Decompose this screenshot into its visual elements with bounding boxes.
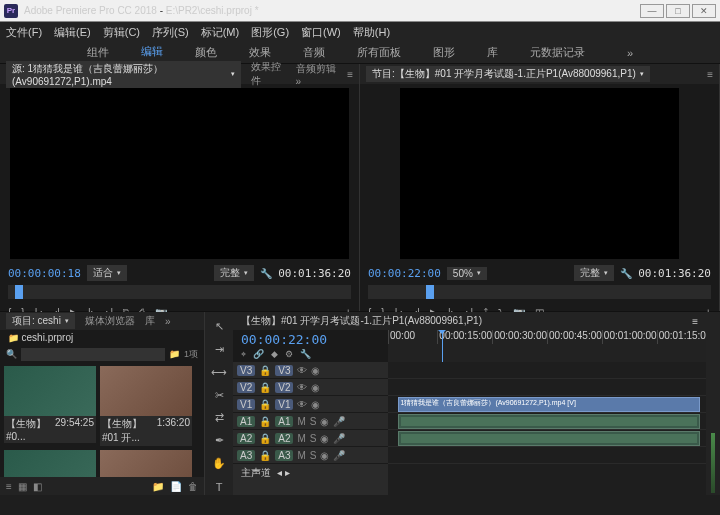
panel-menu-icon[interactable]: ≡ <box>347 69 353 80</box>
audio-track-head[interactable]: A2🔒A2MS◉🎤 <box>233 430 388 447</box>
marker-icon[interactable]: ◆ <box>271 349 278 360</box>
source-tab[interactable]: 源: 1猜猜我是谁（吉良蕾娜丽莎）(Av90691272,P1).mp4 <box>6 61 241 88</box>
wrench-icon[interactable]: 🔧 <box>300 349 311 360</box>
program-scale-select[interactable]: 完整 <box>574 265 614 281</box>
panel-menu-icon[interactable]: ≡ <box>707 69 713 80</box>
track-select-tool-icon[interactable]: ⇥ <box>210 341 228 358</box>
workspace-more[interactable]: » <box>623 45 637 61</box>
trash-icon[interactable]: 🗑 <box>188 481 198 492</box>
item-count: 1项 <box>184 348 198 361</box>
workspace-tab[interactable]: 库 <box>483 43 502 62</box>
link-icon[interactable]: 🔗 <box>253 349 264 360</box>
media-browser-tab[interactable]: 媒体浏览器 <box>85 314 135 328</box>
program-tc-in[interactable]: 00:00:22:00 <box>368 267 441 280</box>
slip-tool-icon[interactable]: ⇄ <box>210 410 228 427</box>
menu-item[interactable]: 文件(F) <box>6 25 42 40</box>
audio-track-head[interactable]: A3🔒A3MS◉🎤 <box>233 447 388 464</box>
new-item-icon[interactable]: 📄 <box>170 481 182 492</box>
video-track-head[interactable]: V1🔒V1👁◉ <box>233 396 388 413</box>
source-tc-in[interactable]: 00:00:00:18 <box>8 267 81 280</box>
menu-item[interactable]: 图形(G) <box>251 25 289 40</box>
source-viewer[interactable] <box>10 88 349 259</box>
audio-track-head[interactable]: A1🔒A1MS◉🎤 <box>233 413 388 430</box>
workspace-tab[interactable]: 颜色 <box>191 43 221 62</box>
clip-thumb[interactable]: 【生物】#01 开...1:36:20 <box>100 366 192 446</box>
workspace-tab[interactable]: 图形 <box>429 43 459 62</box>
maximize-button[interactable]: □ <box>666 4 690 18</box>
sequence-tab[interactable]: 【生物】#01 开学月考试题-1.正片P1(Av88009961,P1) <box>241 314 482 328</box>
program-scrubber[interactable] <box>368 285 711 299</box>
video-track-head[interactable]: V3🔒V3👁◉ <box>233 362 388 379</box>
program-tab[interactable]: 节目:【生物】#01 开学月考试题-1.正片P1(Av88009961,P1) <box>366 66 650 82</box>
project-panel: 项目: ceshi 媒体浏览器 库 » 📁 ceshi.prproj 🔍 📁 1… <box>0 312 205 495</box>
program-viewer[interactable] <box>400 88 679 259</box>
new-bin-icon[interactable]: 📁 <box>152 481 164 492</box>
audio-clip-tab[interactable]: 音频剪辑 » <box>296 62 338 87</box>
timeline-panel: 【生物】#01 开学月考试题-1.正片P1(Av88009961,P1) ≡ 0… <box>233 312 706 495</box>
lower-panels: 项目: ceshi 媒体浏览器 库 » 📁 ceshi.prproj 🔍 📁 1… <box>0 312 720 495</box>
monitor-panels: 源: 1猜猜我是谁（吉良蕾娜丽莎）(Av90691272,P1).mp4 效果控… <box>0 64 720 312</box>
workspace-tab[interactable]: 组件 <box>83 43 113 62</box>
titlebar: Pr Adobe Premiere Pro CC 2018 - E:\PR2\c… <box>0 0 720 22</box>
icon-view-icon[interactable]: ▦ <box>18 481 27 492</box>
timeline-header: 00:00:22:00 ⌖ 🔗 ◆ ⚙ 🔧 00:0000:00:15:0000… <box>233 330 706 362</box>
workspace-tab[interactable]: 所有面板 <box>353 43 405 62</box>
menu-item[interactable]: 帮助(H) <box>353 25 390 40</box>
folder-icon[interactable]: 📁 <box>169 349 180 359</box>
app-logo: Pr <box>4 4 18 18</box>
source-scale-select[interactable]: 完整 <box>214 265 254 281</box>
hand-tool-icon[interactable]: ✋ <box>210 455 228 472</box>
project-path: 📁 ceshi.prproj <box>0 330 204 346</box>
menubar: 文件(F)编辑(E)剪辑(C)序列(S)标记(M)图形(G)窗口(W)帮助(H) <box>0 22 720 42</box>
project-search: 🔍 📁 1项 <box>0 346 204 362</box>
list-view-icon[interactable]: ≡ <box>6 481 12 492</box>
track-content[interactable]: 1猜猜我是谁（吉良蕾娜丽莎）(Av90691272,P1).mp4 [V] <box>388 362 706 495</box>
workspace-tab[interactable]: 音频 <box>299 43 329 62</box>
video-track-head[interactable]: V2🔒V2👁◉ <box>233 379 388 396</box>
menu-item[interactable]: 窗口(W) <box>301 25 341 40</box>
track-headers: V3🔒V3👁◉V2🔒V2👁◉V1🔒V1👁◉A1🔒A1MS◉🎤A2🔒A2MS◉🎤A… <box>233 362 388 495</box>
project-tab[interactable]: 项目: ceshi <box>6 313 75 329</box>
clip-thumb[interactable]: 1猜猜我是谁...1:36:20 <box>4 450 96 477</box>
tool-panel: ↖ ⇥ ⟷ ✂ ⇄ ✒ ✋ T <box>205 312 233 495</box>
library-tab[interactable]: 库 <box>145 314 155 328</box>
playhead[interactable] <box>442 330 443 362</box>
wrench-icon[interactable]: 🔧 <box>260 268 272 279</box>
clip-thumb[interactable]: 【生物】#01 开... <box>100 450 192 477</box>
wrench-icon[interactable]: 🔧 <box>620 268 632 279</box>
clip-thumb[interactable]: 【生物】#0...29:54:25 <box>4 366 96 446</box>
window-title: Adobe Premiere Pro CC 2018 - E:\PR2\cesh… <box>24 5 638 16</box>
audio-meter <box>706 312 720 495</box>
effect-controls-tab[interactable]: 效果控件 <box>251 60 285 88</box>
project-thumbs: 【生物】#0...29:54:25【生物】#01 开...1:36:201猜猜我… <box>0 362 204 477</box>
settings-icon[interactable]: ⚙ <box>285 349 293 360</box>
timeline-tc[interactable]: 00:00:22:00 <box>241 332 380 347</box>
menu-item[interactable]: 编辑(E) <box>54 25 91 40</box>
razor-tool-icon[interactable]: ✂ <box>210 387 228 404</box>
search-input[interactable] <box>21 348 165 361</box>
menu-item[interactable]: 剪辑(C) <box>103 25 140 40</box>
source-scrubber[interactable] <box>8 285 351 299</box>
master-track: 主声道◂ ▸ <box>233 464 388 481</box>
ripple-tool-icon[interactable]: ⟷ <box>210 364 228 381</box>
freeform-icon[interactable]: ◧ <box>33 481 42 492</box>
panel-menu-icon[interactable]: ≡ <box>692 316 698 327</box>
source-monitor: 源: 1猜猜我是谁（吉良蕾娜丽莎）(Av90691272,P1).mp4 效果控… <box>0 64 360 311</box>
selection-tool-icon[interactable]: ↖ <box>210 318 228 335</box>
snap-icon[interactable]: ⌖ <box>241 349 246 360</box>
close-button[interactable]: ✕ <box>692 4 716 18</box>
workspace-tab[interactable]: 元数据记录 <box>526 43 589 62</box>
source-fit-select[interactable]: 适合 <box>87 265 127 281</box>
timeline-ruler[interactable]: 00:0000:00:15:0000:00:30:0000:00:45:0000… <box>388 330 706 362</box>
menu-item[interactable]: 标记(M) <box>201 25 240 40</box>
minimize-button[interactable]: — <box>640 4 664 18</box>
type-tool-icon[interactable]: T <box>210 478 228 495</box>
timeline-tabs: 【生物】#01 开学月考试题-1.正片P1(Av88009961,P1) ≡ <box>233 312 706 330</box>
timeline-tracks: V3🔒V3👁◉V2🔒V2👁◉V1🔒V1👁◉A1🔒A1MS◉🎤A2🔒A2MS◉🎤A… <box>233 362 706 495</box>
program-tabs: 节目:【生物】#01 开学月考试题-1.正片P1(Av88009961,P1) … <box>360 64 719 84</box>
more-tabs[interactable]: » <box>165 316 171 327</box>
menu-item[interactable]: 序列(S) <box>152 25 189 40</box>
program-zoom-select[interactable]: 50% <box>447 267 487 280</box>
source-controls: 00:00:00:18 适合 完整 🔧 00:01:36:20 { } |◂ ◂… <box>0 263 359 311</box>
pen-tool-icon[interactable]: ✒ <box>210 432 228 449</box>
